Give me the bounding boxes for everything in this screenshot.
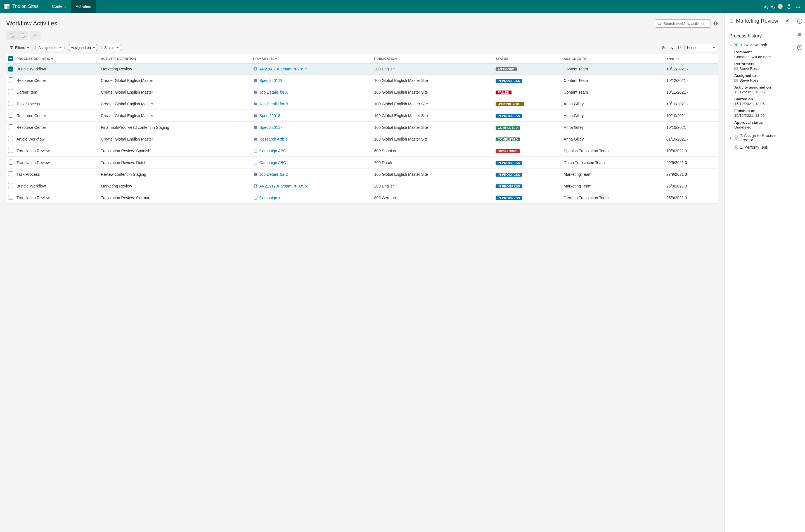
cell-process: Article Workflow bbox=[15, 133, 99, 145]
startedon-value: 15/12/2021, 13:06 bbox=[734, 102, 789, 106]
svg-point-6 bbox=[658, 22, 660, 24]
performers-label: Performers bbox=[734, 62, 789, 66]
col-activity[interactable]: ACTIVITY DEFINITION bbox=[99, 54, 251, 64]
table-row[interactable]: Career ItemCreate: Global English Master… bbox=[6, 86, 718, 98]
col-primary[interactable]: PRIMARY ITEM bbox=[251, 54, 373, 64]
svg-rect-2 bbox=[4, 6, 7, 9]
table-row[interactable]: Bundle WorkflowMarketing ReviewAN211129P… bbox=[6, 180, 718, 192]
cell-assign-date: 25/9/2021 3 bbox=[665, 192, 718, 204]
primary-item-link[interactable]: AN210823ParsumIPP70Se bbox=[259, 67, 307, 71]
row-checkbox[interactable] bbox=[8, 113, 13, 118]
primary-item-link[interactable]: Job Details for C bbox=[259, 172, 288, 176]
primary-item-link[interactable]: Spec 22018 bbox=[259, 113, 280, 118]
sort-icon[interactable] bbox=[677, 45, 682, 50]
bell-icon[interactable] bbox=[795, 4, 801, 9]
col-process[interactable]: PROCESS DEFINITION bbox=[15, 54, 99, 64]
folder-icon bbox=[253, 90, 258, 94]
primary-item-link[interactable]: Campaign x bbox=[259, 195, 280, 200]
row-checkbox[interactable] bbox=[8, 171, 13, 176]
history-icon[interactable] bbox=[797, 45, 803, 50]
table-row[interactable]: Bundle WorkflowMarketing ReviewAN210823P… bbox=[6, 64, 718, 75]
table-row[interactable]: Translation ReviewTranslation Review: Ge… bbox=[6, 192, 718, 204]
primary-item-link[interactable]: Spec 220117 bbox=[259, 125, 283, 130]
primary-item-link[interactable]: Spec 220119 bbox=[259, 78, 283, 83]
sort-label: Sort by: bbox=[662, 45, 674, 50]
cell-assigned-to: Anna Gilley bbox=[562, 133, 665, 145]
tree-item-assign-creator[interactable]: › ⚙ 2. Assign to Process Creator bbox=[729, 133, 789, 142]
col-status[interactable]: STATUS bbox=[494, 54, 562, 64]
primary-item-link[interactable]: Job Details for B bbox=[259, 102, 288, 106]
tree-item-perform-task[interactable]: › ⚙ 1. Perform Task bbox=[729, 145, 789, 150]
row-checkbox[interactable] bbox=[8, 183, 13, 188]
tree-label: 3. Review Task bbox=[740, 43, 767, 47]
cell-publication: 700 Dutch bbox=[373, 157, 494, 169]
select-all-checkbox[interactable] bbox=[8, 56, 13, 61]
row-checkbox[interactable] bbox=[8, 148, 13, 153]
info-icon[interactable] bbox=[797, 18, 803, 24]
primary-item-link[interactable]: Job Details for A bbox=[259, 90, 288, 94]
search-help-icon[interactable]: ? bbox=[713, 21, 718, 26]
table-row[interactable]: Resource CenterFinal Edit/Proof-read con… bbox=[6, 121, 718, 133]
filters-button[interactable]: Filters bbox=[6, 44, 33, 51]
row-checkbox[interactable] bbox=[8, 101, 13, 106]
status-badge: IN PROGRESS bbox=[495, 185, 522, 188]
filter-pill-assigned-on[interactable]: Assigned on bbox=[68, 44, 98, 51]
col-publication[interactable]: PUBLICATION bbox=[373, 54, 494, 64]
folder-icon bbox=[253, 78, 258, 83]
avatar bbox=[778, 4, 783, 9]
nav-activities[interactable]: Activities bbox=[71, 0, 96, 13]
cell-activity: Translation Review: German bbox=[99, 192, 251, 204]
filter-pill-assigned-to[interactable]: Assigned to bbox=[35, 44, 65, 51]
row-checkbox[interactable] bbox=[8, 89, 13, 94]
table-row[interactable]: Task ProcessCreate: Global English Maste… bbox=[6, 98, 718, 110]
gear-icon: ⚙ bbox=[734, 135, 738, 140]
cell-publication: 100 Global English Master Site bbox=[373, 121, 494, 133]
close-icon[interactable]: ✕ bbox=[785, 18, 789, 24]
row-checkbox[interactable] bbox=[8, 124, 13, 129]
side-panel-title: Marketing Review bbox=[736, 18, 778, 24]
col-assi[interactable]: ASSI bbox=[665, 54, 718, 64]
start-activity-button[interactable] bbox=[6, 31, 17, 40]
chevron-down-icon bbox=[59, 47, 62, 48]
svg-rect-20 bbox=[254, 185, 256, 187]
table-row[interactable]: Article WorkflowCreate: Global English M… bbox=[6, 133, 718, 145]
menu-icon[interactable] bbox=[797, 32, 802, 37]
col-assigned-to[interactable]: ASSIGNED TO bbox=[562, 54, 665, 64]
row-checkbox[interactable] bbox=[8, 159, 13, 165]
primary-item-link[interactable]: Campaign ABC bbox=[259, 160, 286, 165]
download-button[interactable] bbox=[30, 31, 40, 40]
approval-label: Approval status bbox=[734, 120, 789, 125]
table-row[interactable]: Translation ReviewTranslation Review: Sp… bbox=[6, 145, 718, 157]
filter-pill-status[interactable]: Status bbox=[101, 44, 122, 51]
user-menu[interactable]: agilley bbox=[764, 4, 783, 9]
filter-icon bbox=[10, 45, 14, 50]
cell-assign-date: 01/10/2021 · bbox=[665, 133, 718, 145]
cell-publication: 100 Global English Master Site bbox=[373, 133, 494, 145]
svg-point-19 bbox=[255, 162, 255, 162]
tree-item-review-task[interactable]: ⌄ 👤 3. Review Task bbox=[729, 43, 789, 47]
row-checkbox[interactable] bbox=[8, 66, 13, 72]
row-checkbox[interactable] bbox=[8, 136, 13, 141]
table-row[interactable]: Translation ReviewTranslation Review: Du… bbox=[6, 157, 718, 169]
cell-process: Career Item bbox=[15, 86, 99, 98]
cell-process: Resource Center bbox=[15, 75, 99, 86]
primary-item-link[interactable]: Campaign ABC bbox=[259, 149, 286, 153]
primary-item-link[interactable]: Research Article bbox=[259, 137, 288, 141]
comment-label: Comment bbox=[734, 50, 789, 54]
help-icon[interactable] bbox=[787, 4, 791, 9]
row-checkbox[interactable] bbox=[8, 77, 13, 82]
gear-icon[interactable] bbox=[675, 57, 679, 60]
primary-item-link[interactable]: AN211129ParsumIPP80Sp bbox=[259, 184, 307, 188]
table-row[interactable]: Resource CenterCreate: Global English Ma… bbox=[6, 75, 718, 86]
row-checkbox[interactable] bbox=[8, 195, 13, 200]
finish-activity-button[interactable] bbox=[17, 31, 28, 40]
status-badge: IN PROGRESS bbox=[495, 79, 522, 83]
search-input[interactable] bbox=[655, 19, 711, 28]
table-row[interactable]: Task ProcessReview content in StagingJob… bbox=[6, 169, 718, 180]
status-badge: SUSPENDED bbox=[495, 149, 520, 153]
svg-point-23 bbox=[255, 197, 255, 197]
sort-select[interactable]: None bbox=[685, 44, 718, 51]
table-row[interactable]: Resource CenterCreate: Global English Ma… bbox=[6, 110, 718, 121]
folder-icon bbox=[253, 102, 258, 106]
nav-content[interactable]: Content bbox=[47, 0, 71, 13]
